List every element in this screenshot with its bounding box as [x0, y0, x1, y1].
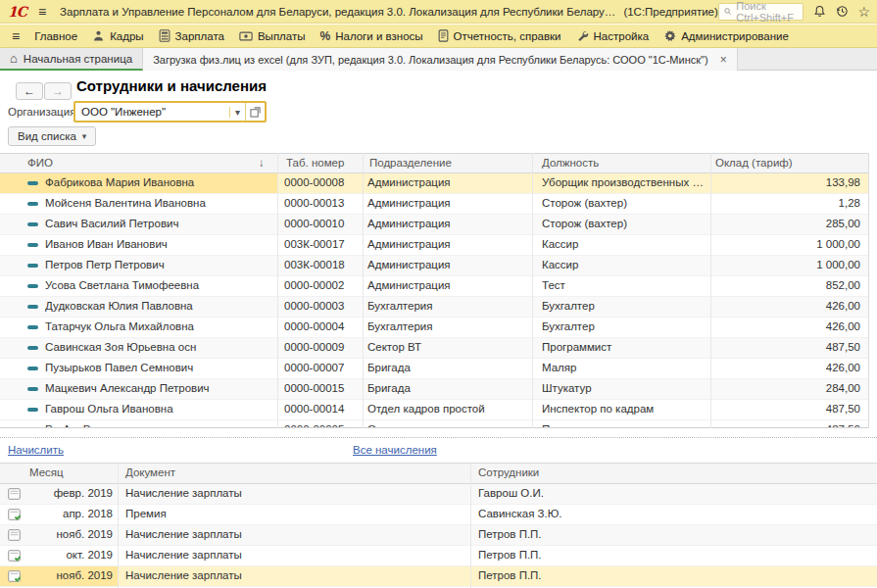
- menu-item-main[interactable]: Главное: [34, 30, 77, 42]
- col-employees[interactable]: Сотрудники: [478, 466, 539, 478]
- table-row[interactable]: Татарчук Ольга Михайловна 0000-00004 Бух…: [0, 318, 868, 338]
- tab-number: 0000-00010: [284, 218, 344, 229]
- salary: 852,00: [710, 279, 860, 291]
- accrual-row[interactable]: окт. 2019 Начисление зарплаты Петров П.П…: [0, 546, 877, 566]
- percent-icon: %: [320, 29, 331, 43]
- table-row-partial[interactable]: Р... А... Р... 0000-00005 О... П... 487,…: [0, 420, 868, 428]
- employee-icon: [27, 305, 38, 309]
- employee-name: Фабрикова Мария Ивановна: [45, 176, 270, 188]
- col-fio[interactable]: ФИО: [27, 157, 53, 169]
- position: Сторож (вахтер): [542, 218, 706, 229]
- menu-item-reports[interactable]: Отчетность, справки: [438, 29, 561, 42]
- choose-from-list-icon[interactable]: [245, 103, 265, 121]
- menu-item-settings[interactable]: Настройка: [576, 29, 650, 42]
- col-tab-number[interactable]: Таб. номер: [286, 157, 344, 169]
- accrual-employees: Гаврош О.И.: [478, 487, 544, 499]
- accrual-row[interactable]: нояб. 2019 Начисление зарплаты Петров П.…: [0, 525, 877, 546]
- menu-item-hr[interactable]: Кадры: [92, 29, 143, 42]
- column-divider: [532, 153, 533, 428]
- employee-name: Гаврош Ольга Ивановна: [45, 403, 270, 415]
- table-row[interactable]: Петров Петр Петрович 003К-00018 Админист…: [0, 256, 868, 276]
- department: Администрация: [367, 259, 526, 270]
- history-icon[interactable]: [836, 4, 849, 20]
- menu-item-administration[interactable]: Администрирование: [663, 29, 789, 42]
- global-search-input[interactable]: Поиск Ctrl+Shift+F: [718, 3, 804, 21]
- department: Отдел кадров простой: [367, 403, 526, 415]
- tab-number: 0000-00015: [284, 382, 344, 394]
- accrual-month: апр. 2018: [29, 508, 113, 519]
- main-menu-icon[interactable]: ≡: [38, 4, 46, 20]
- col-salary[interactable]: Оклад (тариф): [715, 157, 793, 169]
- all-accruals-link[interactable]: Все начисления: [353, 444, 437, 456]
- tab-number: 0000-00004: [284, 320, 344, 332]
- table-row[interactable]: Фабрикова Мария Ивановна 0000-00008 Адми…: [0, 173, 868, 194]
- view-list-label: Вид списка: [18, 130, 76, 142]
- table-row[interactable]: Мойсеня Валентина Ивановна 0000-00013 Ад…: [0, 194, 868, 215]
- tab-excel-import[interactable]: Загрузка физ.лиц из excel (для ЗУП, реда…: [143, 48, 738, 71]
- col-position[interactable]: Должность: [542, 157, 599, 169]
- search-icon: [724, 6, 731, 17]
- accrual-document: Начисление зарплаты: [125, 569, 242, 581]
- employee-name: Пузырьков Павел Семнович: [45, 362, 270, 373]
- employee-name: Усова Светлана Тимофеевна: [45, 279, 270, 291]
- wrench-icon: [576, 29, 589, 42]
- organization-label: Организация:: [8, 106, 79, 118]
- accrual-month: февр. 2019: [29, 487, 113, 499]
- department: Администрация: [367, 218, 526, 229]
- tab-number: 0000-00008: [284, 176, 344, 188]
- scrollbar-track[interactable]: [868, 153, 877, 428]
- table-row[interactable]: Гаврош Ольга Ивановна 0000-00014 Отдел к…: [0, 400, 868, 420]
- table-row[interactable]: Мацкевич Александр Петрович 0000-00015 Б…: [0, 379, 868, 400]
- organization-field[interactable]: ООО "Инженер" ▾: [73, 101, 267, 122]
- table-row[interactable]: Дудковская Юлия Павловна 0000-00003 Бухг…: [0, 297, 868, 318]
- view-list-button[interactable]: Вид списка ▾: [8, 126, 96, 146]
- department: Бригада: [367, 362, 526, 373]
- tab-home-page[interactable]: ⌂ Начальная страница: [0, 48, 143, 71]
- employee-name: Мацкевич Александр Петрович: [45, 382, 270, 394]
- back-button[interactable]: ←: [16, 82, 43, 100]
- accrue-link[interactable]: Начислить: [8, 444, 64, 456]
- accrual-row[interactable]: апр. 2018 Премия Савинская З.Ю.: [0, 505, 877, 525]
- sort-desc-icon: ↓: [259, 157, 265, 169]
- col-month[interactable]: Месяц: [29, 466, 64, 478]
- menu-item-payments[interactable]: Выплаты: [239, 30, 306, 42]
- table-row[interactable]: Усова Светлана Тимофеевна 0000-00002 Адм…: [0, 276, 868, 297]
- tab-number: 0000-00013: [284, 197, 344, 209]
- accruals-table-header[interactable]: Месяц Документ Сотрудники: [0, 463, 877, 484]
- window-app-name: (1С:Предприятие): [623, 6, 717, 18]
- col-department[interactable]: Подразделение: [369, 157, 452, 169]
- salary: 133,98: [710, 176, 860, 188]
- table-row[interactable]: Пузырьков Павел Семнович 0000-00007 Бриг…: [0, 359, 868, 379]
- notifications-bell-icon[interactable]: [813, 4, 826, 20]
- chevron-down-icon[interactable]: ▾: [229, 107, 245, 118]
- menu-item-salary[interactable]: Зарплата: [159, 29, 224, 42]
- employee-name: Савич Василий Петрович: [45, 218, 270, 229]
- employee-icon: [27, 181, 38, 185]
- open-windows-tab-bar: ⌂ Начальная страница Загрузка физ.лиц из…: [0, 48, 877, 71]
- col-document[interactable]: Документ: [125, 466, 175, 478]
- favorites-star-icon[interactable]: ☆: [858, 4, 871, 20]
- table-row[interactable]: Иванов Иван Иванович 003К-00017 Админист…: [0, 235, 868, 256]
- sections-panel-icon[interactable]: ≡: [12, 28, 20, 44]
- employee-icon: [27, 284, 38, 288]
- table-row[interactable]: Савинская Зоя Юрьевна осн 0000-00009 Сек…: [0, 338, 868, 359]
- accrual-row[interactable]: февр. 2019 Начисление зарплаты Гаврош О.…: [0, 484, 877, 505]
- accrual-row[interactable]: нояб. 2019 Начисление зарплаты Петров П.…: [0, 566, 877, 587]
- accrual-document: Начисление зарплаты: [125, 528, 242, 540]
- accrual-document: Начисление зарплаты: [125, 487, 242, 499]
- menu-label: Отчетность, справки: [454, 30, 561, 42]
- tab-number: 0000-00007: [284, 362, 344, 373]
- forward-button[interactable]: →: [44, 82, 72, 100]
- employee-name: Татарчук Ольга Михайловна: [45, 320, 270, 332]
- employees-table-header[interactable]: ФИО ↓ Таб. номер Подразделение Должность…: [0, 153, 868, 173]
- menu-label: Налоги и взносы: [335, 30, 422, 42]
- employee-name: Иванов Иван Иванович: [45, 238, 270, 250]
- home-icon: ⌂: [10, 51, 18, 66]
- menu-label: Кадры: [110, 30, 143, 42]
- employee-icon: [27, 387, 38, 391]
- menu-item-taxes[interactable]: % Налоги и взносы: [320, 29, 423, 43]
- department: Бухгалтерия: [367, 300, 526, 312]
- department: Администрация: [367, 279, 526, 291]
- table-row[interactable]: Савич Василий Петрович 0000-00010 Админи…: [0, 215, 868, 235]
- close-icon[interactable]: ×: [720, 53, 727, 67]
